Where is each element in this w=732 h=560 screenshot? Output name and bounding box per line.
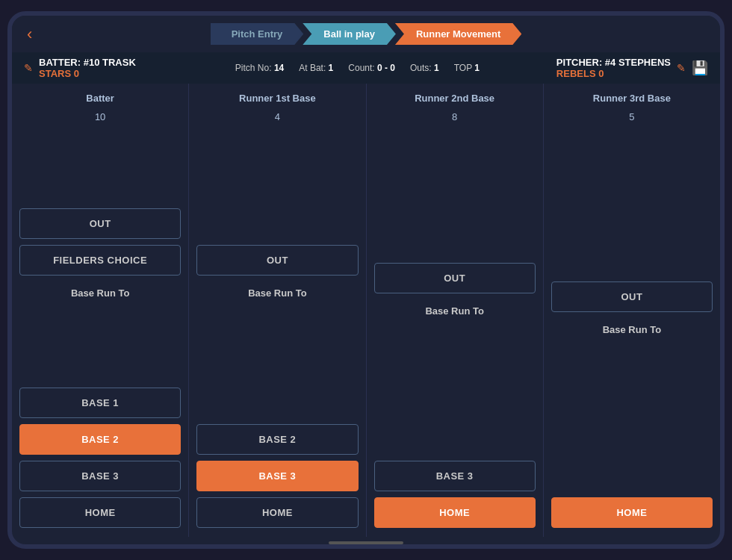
step-ball-in-play[interactable]: Ball in play xyxy=(303,23,396,45)
header-center: Pitch No: 14 At Bat: 1 Count: 0 - 0 Outs… xyxy=(235,63,480,73)
runner2-base3-button[interactable]: BASE 3 xyxy=(374,461,536,491)
main-content: Batter 10 OUT FIELDERS CHOICE Base Run T… xyxy=(12,84,720,537)
inning-stat: TOP 1 xyxy=(454,63,480,73)
runner3-section-label: Base Run To xyxy=(551,324,713,335)
batter-col-number: 10 xyxy=(19,111,181,122)
batter-info: BATTER: #10 TRASK STARS 0 xyxy=(39,57,136,79)
runner2-col-number: 8 xyxy=(374,111,536,122)
pitcher-info: PITCHER: #4 STEPHENS REBELS 0 xyxy=(556,57,671,79)
edit-batter-icon[interactable]: ✎ xyxy=(24,62,33,74)
runner1-col-number: 4 xyxy=(196,111,358,122)
runner1-base3-button[interactable]: BASE 3 xyxy=(196,461,358,491)
header-bar: ✎ BATTER: #10 TRASK STARS 0 Pitch No: 14… xyxy=(12,52,720,84)
batter-base2-button[interactable]: BASE 2 xyxy=(19,424,181,455)
runner1-out-button[interactable]: OUT xyxy=(196,245,358,276)
runner1-section-label: Base Run To xyxy=(196,287,358,299)
batter-column: Batter 10 OUT FIELDERS CHOICE Base Run T… xyxy=(12,84,189,537)
runner3-col-header: Runner 3rd Base xyxy=(551,93,713,105)
runner1-base2-button[interactable]: BASE 2 xyxy=(196,424,358,455)
header-right: PITCHER: #4 STEPHENS REBELS 0 ✎ 💾 xyxy=(556,57,708,79)
runner2-column: Runner 2nd Base 8 OUT Base Run To BASE 3… xyxy=(367,84,544,537)
pitcher-name: PITCHER: #4 STEPHENS xyxy=(556,57,671,68)
batter-home-button[interactable]: HOME xyxy=(19,497,181,528)
batter-base1-button[interactable]: BASE 1 xyxy=(19,388,181,418)
nav-steps: Pitch Entry Ball in play Runner Movement xyxy=(211,23,522,45)
back-button[interactable]: ‹ xyxy=(27,25,32,44)
runner2-col-header: Runner 2nd Base xyxy=(374,93,536,105)
top-nav: ‹ Pitch Entry Ball in play Runner Moveme… xyxy=(12,16,720,52)
tablet-frame: ‹ Pitch Entry Ball in play Runner Moveme… xyxy=(7,11,725,549)
at-bat-stat: At Bat: 1 xyxy=(299,63,333,73)
runner2-out-button[interactable]: OUT xyxy=(374,263,536,293)
batter-base3-button[interactable]: BASE 3 xyxy=(19,461,181,491)
batter-fielders-choice-button[interactable]: FIELDERS CHOICE xyxy=(19,245,181,276)
runner3-column: Runner 3rd Base 5 OUT Base Run To HOME xyxy=(544,84,720,537)
batter-out-button[interactable]: OUT xyxy=(19,208,181,239)
team-left-score: STARS 0 xyxy=(39,68,136,79)
count-stat: Count: 0 - 0 xyxy=(348,63,395,73)
runner1-col-header: Runner 1st Base xyxy=(196,93,358,105)
team-right-score: REBELS 0 xyxy=(556,68,671,79)
batter-col-header: Batter xyxy=(19,93,181,105)
runner3-col-number: 5 xyxy=(551,111,713,122)
header-left: ✎ BATTER: #10 TRASK STARS 0 xyxy=(24,57,158,79)
batter-name: BATTER: #10 TRASK xyxy=(39,57,136,68)
save-icon[interactable]: 💾 xyxy=(692,60,708,76)
pitch-no-stat: Pitch No: 14 xyxy=(235,63,284,73)
runner1-home-button[interactable]: HOME xyxy=(196,497,358,528)
runner2-section-label: Base Run To xyxy=(374,305,536,317)
runner3-home-button[interactable]: HOME xyxy=(551,497,713,528)
bottom-indicator xyxy=(329,541,403,544)
edit-pitcher-icon[interactable]: ✎ xyxy=(677,62,686,74)
step-runner-movement[interactable]: Runner Movement xyxy=(395,23,521,45)
step-pitch-entry[interactable]: Pitch Entry xyxy=(211,23,304,45)
runner3-out-button[interactable]: OUT xyxy=(551,281,713,312)
runner1-column: Runner 1st Base 4 OUT Base Run To BASE 2… xyxy=(189,84,366,537)
runner2-home-button[interactable]: HOME xyxy=(374,497,536,528)
batter-section-label: Base Run To xyxy=(19,287,181,299)
outs-stat: Outs: 1 xyxy=(410,63,439,73)
